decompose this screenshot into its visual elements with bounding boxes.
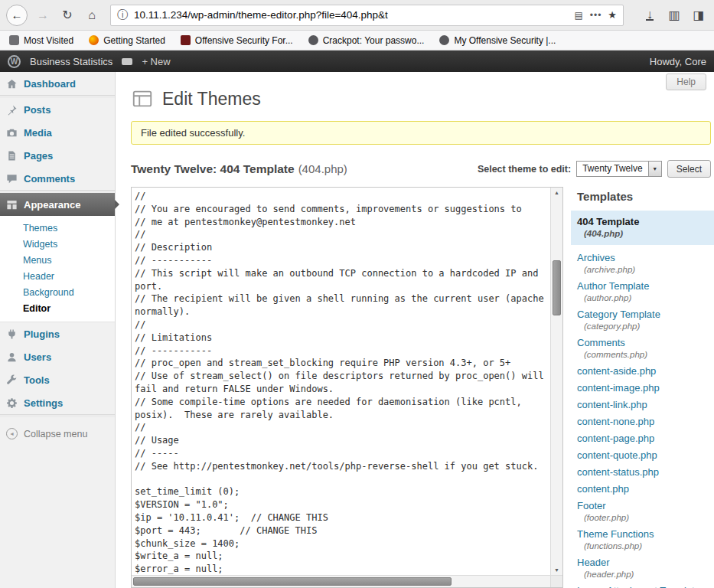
bookmark-label: Most Visited [24,35,73,46]
vertical-scroll-track[interactable] [551,198,562,565]
back-button[interactable]: ← [6,5,28,26]
download-button[interactable]: ↓ [641,6,659,24]
template-item-404[interactable]: 404 Template (404.php) [571,211,714,245]
bookmark-crackpot[interactable]: Crackpot: Your passwo... [308,35,425,46]
horizontal-scrollbar[interactable] [132,575,550,587]
url-bar[interactable]: ⓘ 10.11.1.234/wp-admin/theme-editor.php?… [110,5,624,26]
site-info-icon[interactable]: ⓘ [117,8,128,22]
posts-icon [6,104,18,116]
library-button[interactable]: ▥ [665,6,683,24]
admin-bar-howdy[interactable]: Howdy, Core [650,56,706,67]
template-link[interactable]: content-image.php [577,381,714,394]
template-link[interactable]: content-none.php [577,415,714,428]
bookmark-offensive-security[interactable]: Offensive Security For... [181,35,293,46]
sidebar-item-dashboard[interactable]: Dashboard [0,72,115,95]
file-name: (404.php) [298,162,347,175]
bookmark-my-offensive-security[interactable]: My Offensive Security |... [439,35,556,46]
bookmark-most-visited[interactable]: Most Visited [9,35,73,46]
template-link[interactable]: content-aside.php [577,364,714,377]
template-item-content-none[interactable]: content-none.php [577,415,714,428]
url-text[interactable]: 10.11.1.234/wp-admin/theme-editor.php?fi… [134,9,568,21]
template-item-content-image[interactable]: content-image.php [577,381,714,394]
template-item-content-link[interactable]: content-link.php [577,398,714,411]
admin-bar-site-name[interactable]: Business Statistics [30,56,112,67]
horizontal-scroll-thumb[interactable] [133,577,452,586]
template-item-content-page[interactable]: content-page.php [577,432,714,445]
back-icon: ← [11,8,23,21]
submenu-item-editor[interactable]: Editor [0,300,115,316]
template-link[interactable]: Image Attachment Template [577,584,714,588]
template-link[interactable]: Comments [577,336,714,349]
forward-icon: → [37,8,49,22]
sidebar-toggle-button[interactable]: ◨ [690,6,708,24]
admin-bar-new-button[interactable]: + New [142,56,170,67]
admin-sidebar: Dashboard Posts Media Pages Comments App… [0,72,116,588]
template-filename: (footer.php) [577,512,714,524]
template-item-content-quote[interactable]: content-quote.php [577,449,714,462]
code-textarea[interactable]: // // You are encouraged to send comment… [132,188,550,575]
submenu-item-menus[interactable]: Menus [0,252,115,268]
select-theme-label: Select theme to edit: [478,164,571,175]
theme-select-dropdown[interactable]: Twenty Twelve ▼ [576,161,661,177]
template-link[interactable]: content.php [577,482,714,495]
bookmark-star-icon[interactable]: ★ [608,9,617,21]
sidebar-item-settings[interactable]: Settings [0,391,115,414]
template-item-category[interactable]: Category Template (category.php) [577,308,714,332]
globe-icon [439,35,449,45]
collapse-menu-button[interactable]: ◄ Collapse menu [0,428,115,439]
collapse-menu-label: Collapse menu [24,429,87,439]
wordpress-logo-icon[interactable]: W [8,55,21,68]
forward-button[interactable]: → [34,6,52,24]
template-link[interactable]: content-quote.php [577,449,714,462]
template-link[interactable]: content-status.php [577,466,714,479]
template-link[interactable]: Footer [577,499,714,512]
page-header: Edit Themes [131,87,714,110]
vertical-scroll-thumb[interactable] [553,260,561,315]
template-link[interactable]: 404 Template [577,215,708,228]
template-item-image[interactable]: Image Attachment Template (image.php) [577,584,714,588]
sidebar-item-label: Comments [24,173,75,185]
template-item-functions[interactable]: Theme Functions (functions.php) [577,528,714,552]
submenu-item-themes[interactable]: Themes [0,220,115,236]
template-item-footer[interactable]: Footer (footer.php) [577,499,714,524]
template-item-content-status[interactable]: content-status.php [577,466,714,479]
help-button[interactable]: Help [666,74,706,90]
template-link[interactable]: Header [577,556,714,569]
template-link[interactable]: Archives [577,251,714,264]
download-icon: ↓ [646,9,654,21]
page-actions-icon[interactable]: ••• [590,10,602,21]
firefox-icon [89,35,99,45]
template-item-content[interactable]: content.php [577,482,714,495]
template-link[interactable]: Category Template [577,308,714,321]
template-link[interactable]: content-link.php [577,398,714,411]
sidebar-item-posts[interactable]: Posts [0,98,115,121]
template-link[interactable]: content-page.php [577,432,714,445]
comments-bubble-icon[interactable] [122,58,132,65]
scroll-down-icon[interactable]: ▼ [551,565,562,575]
select-theme-button[interactable]: Select [667,160,711,178]
sidebar-item-plugins[interactable]: Plugins [0,322,115,345]
template-item-header[interactable]: Header (header.php) [577,556,714,580]
submenu-item-header[interactable]: Header [0,268,115,284]
sidebar-item-tools[interactable]: Tools [0,368,115,391]
submenu-item-widgets[interactable]: Widgets [0,236,115,252]
vertical-scrollbar[interactable]: ▲ ▼ [550,188,562,575]
sidebar-item-pages[interactable]: Pages [0,144,115,167]
sidebar-item-appearance[interactable]: Appearance [0,193,115,216]
bookmark-getting-started[interactable]: Getting Started [89,35,165,46]
scroll-up-icon[interactable]: ▲ [551,188,562,198]
template-item-author[interactable]: Author Template (author.php) [577,279,714,304]
refresh-button[interactable]: ↻ [58,6,77,24]
template-link[interactable]: Author Template [577,279,714,292]
sidebar-item-users[interactable]: Users [0,345,115,368]
reader-mode-icon[interactable]: ▤ [574,10,583,21]
template-link[interactable]: Theme Functions [577,528,714,541]
sidebar-item-media[interactable]: Media [0,121,115,144]
file-heading: Twenty Twelve: 404 Template [131,162,295,175]
template-item-content-aside[interactable]: content-aside.php [577,364,714,377]
template-item-archives[interactable]: Archives (archive.php) [577,251,714,276]
template-item-comments[interactable]: Comments (comments.php) [577,336,714,361]
home-button[interactable]: ⌂ [83,6,101,24]
sidebar-item-comments[interactable]: Comments [0,167,115,190]
submenu-item-background[interactable]: Background [0,284,115,300]
